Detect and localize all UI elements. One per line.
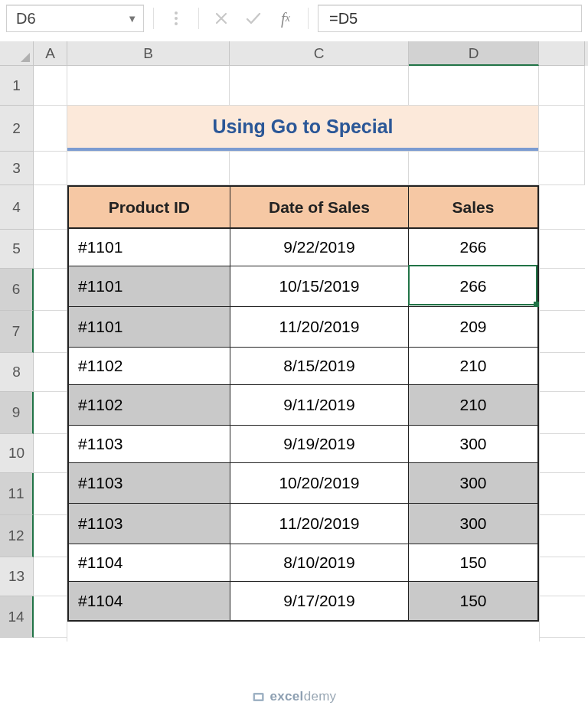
cell-pid[interactable]: #1102	[68, 384, 230, 425]
cell[interactable]	[409, 152, 539, 185]
row-header-4[interactable]: 4	[0, 185, 34, 230]
row-header-3[interactable]: 3	[0, 152, 34, 185]
row-header-7[interactable]: 7	[0, 311, 34, 353]
col-a-strip[interactable]	[34, 185, 67, 642]
cell-date[interactable]: 10/15/2019	[230, 266, 408, 306]
row-header-1[interactable]: 1	[0, 66, 34, 106]
cell[interactable]	[230, 152, 409, 185]
cell-pid[interactable]: #1103	[68, 425, 230, 462]
row-header-13[interactable]: 13	[0, 557, 34, 596]
cell-date[interactable]: 9/19/2019	[230, 425, 408, 462]
cell-date[interactable]: 9/17/2019	[230, 581, 408, 621]
spreadsheet-grid: ABCD 1234567891011121314 Using Go to Spe…	[0, 41, 588, 642]
row-header-5[interactable]: 5	[0, 230, 34, 269]
row-header-6[interactable]: 6	[0, 269, 34, 311]
column-headers: ABCD	[0, 41, 588, 66]
data-table: Product ID Date of Sales Sales #11019/22…	[67, 185, 539, 622]
table-row: #110110/15/2019266	[68, 266, 538, 306]
cell-sales[interactable]: 300	[409, 425, 538, 462]
watermark-text: exceldemy	[270, 689, 337, 704]
table-row: #11048/10/2019150	[68, 544, 538, 581]
svg-rect-4	[255, 695, 262, 700]
chevron-down-icon[interactable]: ▼	[127, 13, 137, 24]
row-header-10[interactable]: 10	[0, 434, 34, 473]
formula-value: =D5	[329, 10, 358, 28]
cell-pid[interactable]: #1101	[68, 266, 230, 306]
name-box[interactable]: D6 ▼	[6, 5, 144, 32]
cell-date[interactable]: 8/10/2019	[230, 544, 408, 581]
cell-pid[interactable]: #1101	[68, 306, 230, 347]
cell[interactable]	[67, 66, 230, 106]
cell[interactable]	[539, 106, 585, 152]
cell-sales[interactable]: 210	[409, 347, 538, 384]
cell-date[interactable]: 8/15/2019	[230, 347, 408, 384]
cell-pid[interactable]: #1104	[68, 581, 230, 621]
cell-sales[interactable]: 266	[409, 228, 538, 266]
data-table-wrap: Product ID Date of Sales Sales #11019/22…	[67, 185, 539, 642]
vertical-dots-icon	[163, 5, 189, 31]
cell-sales[interactable]: 266	[409, 266, 538, 306]
cell-date[interactable]: 9/22/2019	[230, 228, 408, 266]
cells-area[interactable]: Using Go to Special	[34, 66, 588, 642]
header-product-id[interactable]: Product ID	[68, 186, 230, 228]
column-header-B[interactable]: B	[67, 41, 230, 66]
separator	[198, 8, 199, 29]
cell[interactable]	[67, 152, 230, 185]
separator	[153, 8, 154, 29]
cell-sales[interactable]: 300	[409, 462, 538, 503]
separator	[308, 8, 309, 29]
cell-sales[interactable]: 210	[409, 384, 538, 425]
cell-pid[interactable]: #1103	[68, 503, 230, 544]
row-header-12[interactable]: 12	[0, 515, 34, 557]
column-header-D[interactable]: D	[409, 41, 539, 66]
row-header-8[interactable]: 8	[0, 353, 34, 392]
page-title: Using Go to Special	[67, 106, 538, 151]
cell-date[interactable]: 11/20/2019	[230, 306, 408, 347]
header-sales[interactable]: Sales	[409, 186, 538, 228]
column-header-C[interactable]: C	[230, 41, 409, 66]
cell-date[interactable]: 10/20/2019	[230, 462, 408, 503]
table-row: #11019/22/2019266	[68, 228, 538, 266]
cell-sales[interactable]: 209	[409, 306, 538, 347]
cell[interactable]	[34, 106, 67, 152]
cell[interactable]	[539, 152, 585, 185]
logo-icon	[252, 690, 266, 704]
cell[interactable]	[34, 66, 67, 106]
row-header-9[interactable]: 9	[0, 392, 34, 434]
cell[interactable]	[230, 66, 409, 106]
svg-point-2	[175, 22, 178, 25]
cell-date[interactable]: 9/11/2019	[230, 384, 408, 425]
col-e-strip[interactable]	[539, 185, 585, 642]
row-header-2[interactable]: 2	[0, 106, 34, 152]
select-all-triangle[interactable]	[0, 41, 34, 66]
column-header-A[interactable]: A	[34, 41, 67, 66]
cell-pid[interactable]: #1104	[68, 544, 230, 581]
enter-check-icon[interactable]	[240, 5, 266, 31]
title-cell[interactable]: Using Go to Special	[67, 106, 539, 152]
cell-sales[interactable]: 150	[409, 581, 538, 621]
table-row: #11029/11/2019210	[68, 384, 538, 425]
row-headers: 1234567891011121314	[0, 66, 34, 642]
svg-point-0	[175, 11, 178, 15]
cell-date[interactable]: 11/20/2019	[230, 503, 408, 544]
cell-sales[interactable]: 300	[409, 503, 538, 544]
header-date-of-sales[interactable]: Date of Sales	[230, 186, 408, 228]
fx-icon[interactable]: fx	[273, 5, 299, 31]
column-header-empty[interactable]	[539, 41, 585, 66]
cell-pid[interactable]: #1102	[68, 347, 230, 384]
row-header-11[interactable]: 11	[0, 473, 34, 515]
cell[interactable]	[34, 152, 67, 185]
cell-pid[interactable]: #1103	[68, 462, 230, 503]
cancel-x-icon[interactable]	[208, 5, 234, 31]
table-row: #11039/19/2019300	[68, 425, 538, 462]
table-row: #11049/17/2019150	[68, 581, 538, 621]
formula-input[interactable]: =D5	[318, 5, 582, 32]
table-header-row: Product ID Date of Sales Sales	[68, 186, 538, 228]
watermark: exceldemy	[252, 689, 337, 704]
cell-sales[interactable]: 150	[409, 544, 538, 581]
cell[interactable]	[539, 66, 585, 106]
cell[interactable]	[409, 66, 539, 106]
cell-pid[interactable]: #1101	[68, 228, 230, 266]
row-header-14[interactable]: 14	[0, 596, 34, 638]
formula-bar: D6 ▼ fx =D5	[0, 0, 588, 37]
